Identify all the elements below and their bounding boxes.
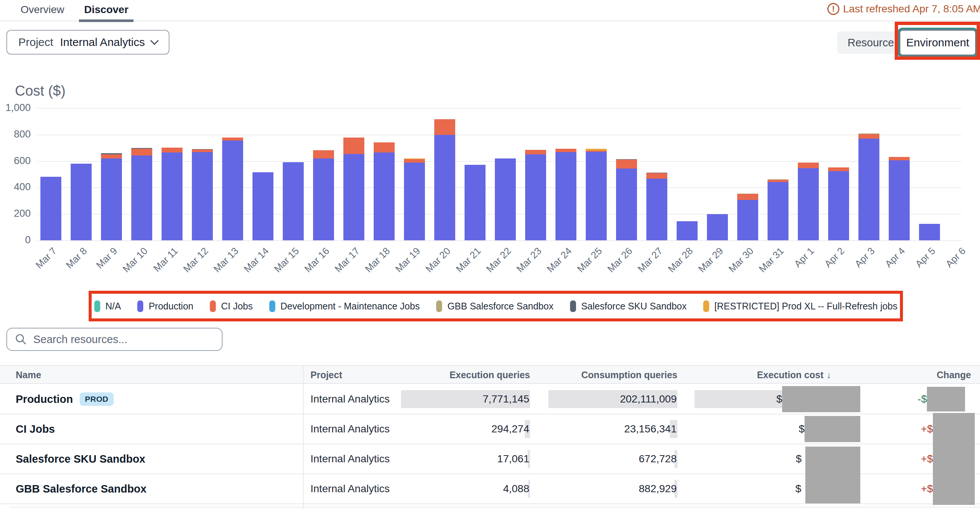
column-header-execution-cost[interactable]: Execution cost↓	[692, 366, 831, 385]
group-by-resource-button[interactable]: Resource	[837, 32, 904, 54]
bar-segment[interactable]	[768, 182, 789, 240]
bar-segment[interactable]	[101, 159, 122, 240]
change-cell: +$	[864, 444, 971, 474]
bar-segment[interactable]	[162, 152, 183, 240]
bar-segment[interactable]	[40, 177, 61, 240]
bar-segment[interactable]	[253, 172, 274, 240]
legend-item[interactable]: Production	[137, 300, 193, 312]
bar-segment[interactable]	[222, 141, 243, 240]
bar-segment[interactable]	[555, 149, 576, 152]
bar-segment[interactable]	[344, 138, 364, 154]
bar-segment[interactable]	[131, 148, 152, 149]
bar-segment[interactable]	[525, 150, 546, 154]
column-header-name[interactable]: Name	[16, 366, 300, 385]
column-header-change[interactable]: Change	[864, 366, 971, 385]
chart-title: Cost ($)	[15, 83, 65, 99]
bar-segment[interactable]	[374, 143, 395, 152]
bar-segment[interactable]	[616, 160, 637, 168]
warning-icon: !	[827, 3, 839, 15]
legend-item[interactable]: GBB Salesforce Sandbox	[436, 300, 554, 312]
bar-segment[interactable]	[889, 157, 910, 160]
bar-segment[interactable]	[313, 159, 334, 240]
legend-item[interactable]: Development - Maintenance Jobs	[269, 300, 420, 312]
bar-segment[interactable]	[344, 154, 364, 240]
bar-segment[interactable]	[101, 154, 122, 159]
chevron-down-icon	[150, 36, 159, 45]
legend-item[interactable]: [RESTRICTED] Prod XL -- Full-Refresh job…	[703, 300, 897, 312]
bar-segment[interactable]	[404, 163, 425, 240]
bar-segment[interactable]	[768, 179, 789, 180]
bar-segment[interactable]	[192, 152, 213, 240]
bar-segment[interactable]	[798, 163, 819, 168]
execution-queries-value: 7,771,145	[482, 393, 529, 405]
consumption-queries-cell: 672,728	[542, 444, 678, 474]
bar-segment[interactable]	[555, 152, 576, 240]
search-box[interactable]	[6, 328, 223, 351]
bar-segment[interactable]	[646, 173, 667, 179]
column-header-execution-queries[interactable]: Execution queries	[396, 366, 530, 385]
table-row[interactable]: CI JobsInternal Analytics294,27423,156,3…	[0, 414, 980, 444]
bar-segment[interactable]	[192, 149, 213, 152]
column-header-project[interactable]: Project	[310, 366, 393, 385]
bar-segment[interactable]	[404, 159, 425, 159]
bar-segment[interactable]	[192, 149, 213, 149]
bar-segment[interactable]	[283, 162, 304, 240]
bar-segment[interactable]	[768, 180, 789, 182]
bar-segment[interactable]	[616, 159, 637, 160]
bar-segment[interactable]	[404, 159, 425, 163]
legend-label: GBB Salesforce Sandbox	[447, 301, 554, 312]
bar-segment[interactable]	[737, 200, 758, 240]
bar-segment[interactable]	[586, 151, 607, 152]
change-cell: +$	[864, 474, 971, 503]
table-row[interactable]: Salesforce SKU SandboxInternal Analytics…	[0, 444, 980, 474]
bar-segment[interactable]	[616, 168, 637, 240]
bar-segment[interactable]	[919, 224, 940, 240]
resource-name[interactable]: Production	[16, 393, 73, 406]
bar-segment[interactable]	[889, 160, 910, 240]
bar-segment[interactable]	[586, 152, 607, 240]
bar-segment[interactable]	[707, 214, 728, 240]
bar-segment[interactable]	[798, 168, 819, 240]
bar-segment[interactable]	[828, 167, 849, 171]
column-header-consumption-queries[interactable]: Consumption queries	[542, 366, 678, 385]
bar-segment[interactable]	[586, 149, 607, 151]
legend-item[interactable]: N/A	[94, 300, 121, 312]
bar-segment[interactable]	[495, 159, 516, 240]
legend-item[interactable]: Salesforce SKU Sandbox	[570, 300, 687, 312]
bar-segment[interactable]	[737, 194, 758, 200]
table-row[interactable]: ProductionPRODInternal Analytics7,771,14…	[0, 385, 980, 414]
bar-segment[interactable]	[525, 154, 546, 240]
tab-overview[interactable]: Overview	[21, 4, 64, 16]
bar-segment[interactable]	[222, 138, 243, 141]
bar-segment[interactable]	[858, 133, 880, 134]
resource-name[interactable]: GBB Salesforce Sandbox	[16, 483, 146, 495]
y-axis-tick-label: 400	[0, 181, 31, 193]
bar-segment[interactable]	[101, 153, 122, 154]
resource-name[interactable]: CI Jobs	[16, 423, 55, 435]
legend-item[interactable]: CI Jobs	[210, 300, 253, 312]
bar-segment[interactable]	[131, 155, 152, 240]
bar-segment[interactable]	[434, 135, 455, 240]
resource-name[interactable]: Salesforce SKU Sandbox	[16, 453, 145, 465]
bar-segment[interactable]	[71, 164, 92, 240]
bar-segment[interactable]	[677, 221, 698, 240]
group-by-environment-button[interactable]: Environment	[899, 30, 976, 55]
bar-segment[interactable]	[646, 173, 667, 173]
bar-segment[interactable]	[374, 152, 395, 240]
bar-segment[interactable]	[434, 119, 455, 135]
bar-segment[interactable]	[858, 139, 880, 240]
bar-segment[interactable]	[737, 193, 758, 194]
bar-segment[interactable]	[646, 179, 667, 240]
bar-segment[interactable]	[858, 134, 880, 139]
bar-segment[interactable]	[131, 149, 152, 155]
tab-discover[interactable]: Discover	[84, 4, 128, 16]
project-filter-dropdown[interactable]: Project Internal Analytics	[6, 30, 169, 55]
bar-segment[interactable]	[465, 165, 485, 240]
consumption-queries-value: 672,728	[639, 453, 677, 465]
bar-segment[interactable]	[162, 147, 183, 152]
search-input[interactable]	[33, 333, 214, 346]
bar-segment[interactable]	[828, 171, 849, 240]
execution-queries-value: 4,088	[503, 483, 529, 495]
execution-cost-redaction-box	[805, 416, 860, 442]
bar-segment[interactable]	[313, 150, 334, 158]
